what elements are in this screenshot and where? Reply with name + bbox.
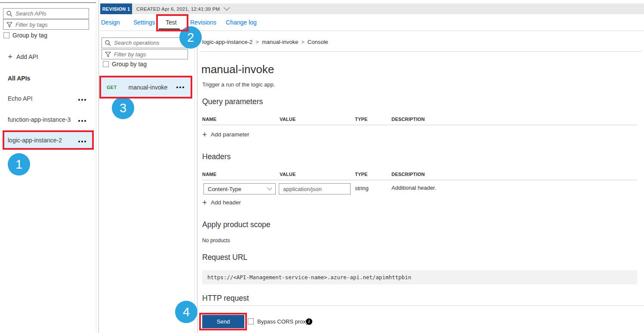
column-header-name: NAME bbox=[202, 117, 216, 122]
header-description-cell: Additional header. bbox=[391, 185, 436, 191]
search-apis-box bbox=[3, 8, 89, 19]
filter-apis-box bbox=[3, 19, 89, 30]
add-api-button[interactable]: + Add API bbox=[8, 53, 38, 60]
filter-operations-input[interactable] bbox=[114, 51, 185, 58]
filter-funnel-icon bbox=[6, 22, 12, 28]
add-header-button[interactable]: + Add header bbox=[202, 199, 241, 206]
callout-badge-step2: 2 bbox=[179, 26, 202, 49]
column-header-description: DESCRIPTION bbox=[391, 172, 425, 177]
request-url-heading: Request URL bbox=[202, 253, 247, 262]
pane-top-border bbox=[0, 2, 96, 3]
apim-test-page: Group by tag + Add API All APIs Echo API… bbox=[0, 0, 644, 333]
plus-icon: + bbox=[202, 132, 207, 138]
api-list-item-function-app[interactable]: function-app-instance-3 bbox=[0, 111, 95, 127]
request-url-box: https://<API-Management-service-name>.az… bbox=[202, 270, 637, 284]
api-list-item-logic-app[interactable]: logic-app-instance-2 bbox=[3, 132, 92, 148]
add-parameter-button[interactable]: + Add parameter bbox=[202, 131, 249, 138]
headers-heading: Headers bbox=[202, 152, 231, 161]
revision-bar: REVISION 1 CREATED Apr 6, 2021, 12:41:39… bbox=[100, 3, 644, 14]
callout-badge-step4: 4 bbox=[175, 301, 197, 323]
pane-divider bbox=[99, 0, 99, 333]
console-divider bbox=[194, 31, 195, 333]
api-item-label: function-app-instance-3 bbox=[8, 116, 71, 123]
info-icon[interactable]: i bbox=[306, 318, 312, 325]
filter-operations-box bbox=[102, 49, 188, 59]
operation-name: manual-invoke bbox=[129, 84, 168, 91]
http-request-divider bbox=[201, 305, 644, 306]
header-value-field bbox=[279, 183, 351, 194]
send-button[interactable]: Send bbox=[202, 315, 244, 328]
all-apis-label[interactable]: All APIs bbox=[8, 75, 30, 82]
column-header-type: TYPE bbox=[355, 172, 368, 177]
ellipsis-menu-icon[interactable] bbox=[176, 86, 185, 88]
console-divider bbox=[197, 31, 197, 333]
revision-created-label[interactable]: CREATED Apr 6, 2021, 12:41:39 PM bbox=[136, 6, 220, 12]
breadcrumb-api[interactable]: logic-app-instance-2 bbox=[202, 39, 253, 45]
operations-group-by-tag-label: Group by tag bbox=[112, 61, 147, 68]
api-list-item-echo[interactable]: Echo API bbox=[0, 90, 95, 106]
group-by-tag-label: Group by tag bbox=[12, 32, 47, 39]
filter-funnel-icon bbox=[105, 52, 111, 57]
header-name-value: Content-Type bbox=[208, 186, 241, 192]
chevron-down-icon bbox=[267, 187, 272, 191]
add-api-label: Add API bbox=[16, 53, 38, 60]
column-header-description: DESCRIPTION bbox=[391, 117, 425, 122]
column-header-value: VALUE bbox=[280, 172, 296, 177]
revision-badge[interactable]: REVISION 1 bbox=[100, 3, 132, 14]
filter-apis-input[interactable] bbox=[15, 22, 86, 28]
add-header-label: Add header bbox=[211, 199, 241, 206]
group-by-tag-checkbox[interactable] bbox=[3, 32, 9, 38]
breadcrumb-separator: > bbox=[256, 39, 259, 45]
callout-badge-step1: 1 bbox=[8, 153, 30, 176]
bypass-cors-label: Bypass CORS proxy bbox=[257, 318, 308, 325]
search-operations-box bbox=[102, 37, 188, 48]
header-name-select[interactable]: Content-Type bbox=[203, 183, 276, 194]
query-parameters-heading: Query parameters bbox=[202, 97, 263, 106]
header-type-cell: string bbox=[355, 185, 369, 191]
active-tab-underline bbox=[159, 28, 180, 30]
chevron-down-icon[interactable] bbox=[223, 7, 230, 11]
breadcrumb-divider bbox=[200, 51, 642, 52]
plus-icon: + bbox=[202, 200, 207, 206]
table-header-divider bbox=[202, 125, 637, 125]
ellipsis-menu-icon[interactable] bbox=[78, 99, 87, 101]
operations-group-by-tag-checkbox[interactable] bbox=[103, 61, 109, 67]
pane-divider bbox=[96, 0, 96, 333]
add-parameter-label: Add parameter bbox=[211, 131, 249, 138]
operation-method-badge: GET bbox=[107, 85, 117, 90]
tab-design[interactable]: Design bbox=[101, 19, 120, 26]
http-request-heading: HTTP request bbox=[202, 294, 249, 303]
search-icon bbox=[105, 40, 111, 46]
breadcrumb-console: Console bbox=[308, 39, 328, 45]
page-description: Trigger a run of the logic app. bbox=[202, 81, 275, 88]
search-operations-input[interactable] bbox=[114, 40, 185, 46]
tab-change-log[interactable]: Change log bbox=[226, 19, 257, 26]
breadcrumb-operation[interactable]: manual-invoke bbox=[262, 39, 299, 45]
product-scope-heading: Apply product scope bbox=[202, 220, 271, 229]
search-apis-input[interactable] bbox=[15, 10, 86, 17]
tab-settings[interactable]: Settings bbox=[133, 19, 155, 26]
tab-revisions[interactable]: Revisions bbox=[190, 19, 216, 26]
breadcrumb-separator: > bbox=[301, 39, 305, 45]
bypass-cors-checkbox[interactable] bbox=[248, 318, 254, 324]
callout-badge-step3: 3 bbox=[112, 97, 134, 119]
api-item-label: Echo API bbox=[8, 95, 33, 102]
plus-icon: + bbox=[8, 54, 12, 60]
search-icon bbox=[6, 11, 12, 17]
tab-test[interactable]: Test bbox=[166, 19, 177, 26]
column-header-name: NAME bbox=[202, 172, 216, 177]
ellipsis-menu-icon[interactable] bbox=[78, 120, 87, 122]
request-url-text: https://<API-Management-service-name>.az… bbox=[207, 274, 411, 281]
ellipsis-menu-icon[interactable] bbox=[78, 141, 87, 142]
column-header-value: VALUE bbox=[280, 117, 296, 122]
page-title: manual-invoke bbox=[201, 63, 274, 76]
breadcrumb: logic-app-instance-2 > manual-invoke > C… bbox=[202, 39, 328, 45]
table-header-divider bbox=[202, 180, 637, 180]
column-header-type: TYPE bbox=[355, 117, 368, 122]
header-value-input[interactable] bbox=[279, 186, 350, 192]
no-products-text: No products bbox=[202, 237, 230, 244]
api-item-label: logic-app-instance-2 bbox=[8, 137, 62, 144]
